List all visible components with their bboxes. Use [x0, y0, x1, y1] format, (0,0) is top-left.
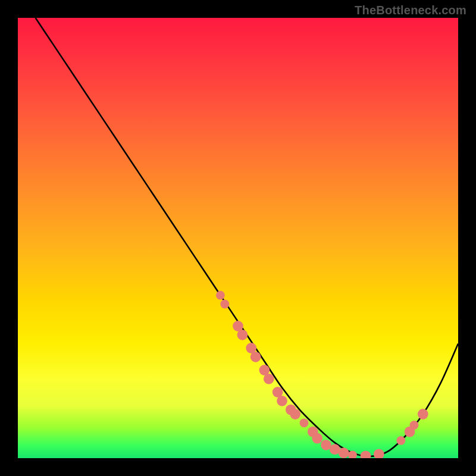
plot-area — [18, 18, 458, 458]
curve-marker — [312, 433, 322, 444]
curve-marker — [237, 330, 248, 340]
curve-marker — [290, 409, 300, 419]
bottleneck-curve-path — [36, 18, 458, 456]
curve-marker — [216, 291, 225, 300]
curve-marker — [264, 374, 274, 384]
bottleneck-curve-svg — [18, 18, 458, 458]
curve-marker — [339, 447, 349, 458]
curve-marker — [361, 450, 371, 458]
curve-marker — [250, 352, 261, 362]
curve-marker — [374, 449, 384, 458]
watermark-text: TheBottleneck.com — [355, 4, 466, 17]
curve-marker — [418, 409, 428, 419]
curve-marker — [396, 436, 405, 445]
curve-marker — [300, 418, 309, 427]
curve-marker — [277, 396, 287, 406]
curve-marker — [410, 421, 419, 430]
curve-markers — [216, 291, 428, 458]
curve-marker — [220, 300, 229, 309]
chart-frame: TheBottleneck.com — [0, 0, 476, 476]
